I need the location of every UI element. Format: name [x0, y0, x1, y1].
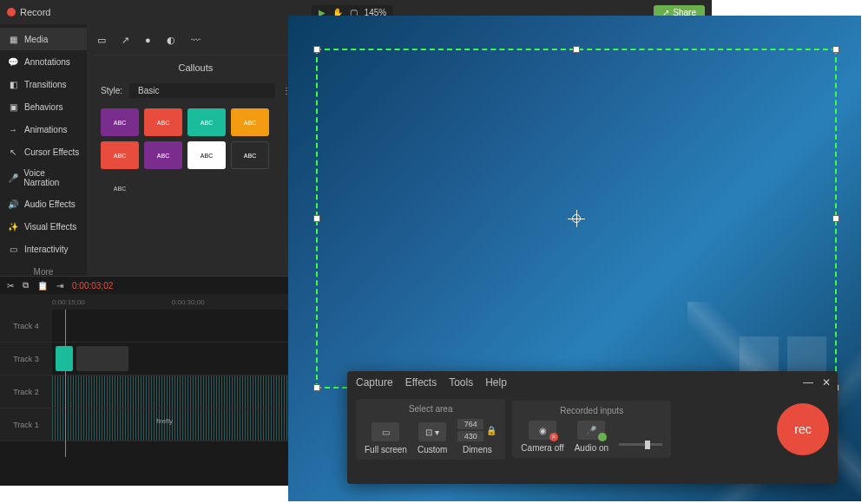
- audio-icon: 🔊: [7, 198, 19, 210]
- waveform[interactable]: [52, 376, 312, 408]
- copy-icon[interactable]: ⧉: [23, 280, 29, 291]
- sidebar-item-animations[interactable]: →Animations: [0, 118, 87, 140]
- cut-icon[interactable]: ✂: [7, 281, 14, 291]
- width-input[interactable]: 764: [457, 419, 483, 429]
- callout-item[interactable]: ABC: [187, 108, 226, 136]
- panel-title: Callouts: [94, 56, 298, 80]
- callouts-grid: ABC ABC ABC ABC ABC ABC ABC ABC ABC: [94, 101, 298, 209]
- media-icon: ▦: [7, 33, 19, 45]
- sidebar: ▦Media 💬Annotations ◧Transitions ▣Behavi…: [0, 24, 87, 276]
- callout-item[interactable]: ABC: [101, 174, 139, 202]
- resize-handle[interactable]: [313, 384, 320, 391]
- record-icon: [7, 8, 16, 16]
- waveform[interactable]: [52, 408, 312, 441]
- custom-button[interactable]: ⊡ ▾ Custom: [418, 422, 447, 454]
- sidebar-item-transitions[interactable]: ◧Transitions: [0, 73, 87, 95]
- fullscreen-icon: ▭: [372, 422, 399, 441]
- tab-motion-icon[interactable]: 〰: [191, 35, 201, 46]
- resize-handle[interactable]: [832, 215, 839, 222]
- group-title: Recorded inputs: [521, 406, 662, 415]
- tab-arrow-icon[interactable]: ↗: [122, 35, 129, 46]
- callout-item[interactable]: ABC: [144, 141, 182, 169]
- clip[interactable]: [76, 346, 128, 372]
- cursor-icon: ↖: [7, 146, 19, 158]
- behaviors-icon: ▣: [7, 101, 19, 113]
- voice-icon: 🎤: [7, 172, 18, 184]
- sidebar-item-voice[interactable]: 🎤Voice Narration: [0, 163, 87, 193]
- resize-handle[interactable]: [832, 46, 839, 53]
- sidebar-item-media[interactable]: ▦Media: [0, 28, 87, 50]
- style-select[interactable]: Basic: [129, 83, 275, 98]
- animations-icon: →: [7, 123, 19, 135]
- group-title: Select area: [365, 404, 496, 414]
- menu-tools[interactable]: Tools: [449, 376, 473, 389]
- recorder-window: Capture Effects Tools Help — ✕ Select ar…: [347, 371, 838, 484]
- tab-blur-icon[interactable]: ◐: [167, 35, 175, 46]
- split-icon[interactable]: ⇥: [56, 281, 63, 291]
- recorded-inputs-group: Recorded inputs ◉✕ Camera off 🎤 Audio on: [512, 401, 671, 458]
- recorder-body: Select area ▭ Full screen ⊡ ▾ Custom 764: [347, 394, 838, 465]
- camera-button[interactable]: ◉✕ Camera off: [521, 421, 563, 453]
- callout-item[interactable]: ABC: [144, 108, 182, 136]
- sidebar-item-visual[interactable]: ✨Visual Effects: [0, 215, 87, 238]
- callout-item[interactable]: ABC: [231, 108, 269, 136]
- custom-icon: ⊡ ▾: [418, 422, 446, 441]
- sidebar-item-cursor[interactable]: ↖Cursor Effects: [0, 140, 87, 163]
- close-icon[interactable]: ✕: [822, 376, 831, 389]
- track-label[interactable]: Track 3: [0, 343, 52, 375]
- crosshair-icon[interactable]: [568, 210, 585, 227]
- clip[interactable]: [56, 346, 73, 372]
- time-display: 0:00:03;02: [72, 281, 113, 291]
- desktop-capture-area: Capture Effects Tools Help — ✕ Select ar…: [288, 16, 861, 501]
- menu-capture[interactable]: Capture: [356, 376, 393, 389]
- tab-callout-icon[interactable]: ▭: [97, 35, 106, 46]
- sidebar-item-interactivity[interactable]: ▭Interactivity: [0, 238, 87, 260]
- track-label[interactable]: Track 4: [0, 310, 52, 342]
- paste-icon[interactable]: 📋: [37, 281, 48, 291]
- audio-level: [619, 436, 662, 453]
- transitions-icon: ◧: [7, 78, 19, 90]
- recorder-menu: Capture Effects Tools Help: [347, 371, 838, 394]
- track-label[interactable]: Track 2: [0, 376, 52, 408]
- sidebar-item-behaviors[interactable]: ▣Behaviors: [0, 95, 87, 118]
- clip-label: firefly: [156, 417, 173, 425]
- callout-item[interactable]: ABC: [187, 141, 226, 169]
- resize-handle[interactable]: [313, 215, 320, 222]
- sidebar-item-annotations[interactable]: 💬Annotations: [0, 50, 87, 73]
- menu-help[interactable]: Help: [485, 376, 507, 389]
- track-label[interactable]: Track 1: [0, 408, 52, 441]
- dimensions-control: 764 430 🔒 Dimens: [457, 419, 496, 454]
- height-input[interactable]: 430: [457, 431, 483, 441]
- resize-handle[interactable]: [313, 46, 320, 53]
- interactivity-icon: ▭: [7, 243, 19, 255]
- lock-icon[interactable]: 🔒: [486, 426, 496, 435]
- callout-item[interactable]: ABC: [101, 108, 139, 136]
- record-label: Record: [20, 7, 50, 17]
- fullscreen-button[interactable]: ▭ Full screen: [365, 422, 407, 454]
- style-row: Style: Basic ⋮: [94, 80, 298, 101]
- callout-item[interactable]: ABC: [101, 141, 139, 169]
- minimize-icon[interactable]: —: [803, 376, 813, 389]
- mic-icon: 🎤: [577, 421, 605, 440]
- selection-area[interactable]: [316, 49, 837, 389]
- window-controls: — ✕: [803, 376, 831, 389]
- select-area-group: Select area ▭ Full screen ⊡ ▾ Custom 764: [356, 399, 505, 460]
- camera-icon: ◉✕: [529, 421, 556, 440]
- playhead[interactable]: [65, 310, 66, 457]
- rec-button[interactable]: rec: [777, 403, 829, 455]
- audio-slider[interactable]: [619, 443, 662, 446]
- audio-button[interactable]: 🎤 Audio on: [575, 421, 608, 453]
- visual-icon: ✨: [7, 220, 19, 232]
- record-button[interactable]: Record: [7, 7, 50, 17]
- properties-panel: ▭ ↗ ● ◐ 〰 Callouts Style: Basic ⋮ ABC AB…: [87, 24, 305, 276]
- resize-handle[interactable]: [573, 46, 580, 53]
- menu-effects[interactable]: Effects: [405, 376, 437, 389]
- annotations-icon: 💬: [7, 56, 19, 68]
- style-label: Style:: [101, 86, 122, 95]
- callout-item[interactable]: ABC: [231, 141, 269, 169]
- sidebar-item-audio[interactable]: 🔊Audio Effects: [0, 193, 87, 215]
- tab-shape-icon[interactable]: ●: [145, 35, 151, 46]
- panel-tabs: ▭ ↗ ● ◐ 〰: [94, 31, 298, 56]
